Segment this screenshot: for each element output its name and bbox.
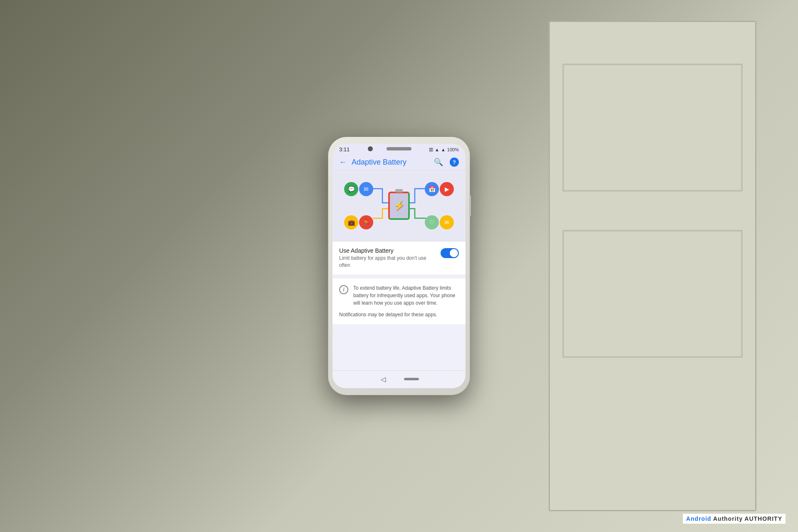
speaker (387, 147, 411, 150)
toolbar-right: 🔍 ? (434, 158, 459, 167)
app-icon-video: ▶ (440, 182, 454, 196)
door-background (549, 21, 756, 511)
adaptive-battery-toggle[interactable] (441, 248, 459, 258)
camera (368, 146, 373, 151)
app-icon-heart: ♡ (425, 215, 439, 229)
search-button[interactable]: 🔍 (434, 158, 443, 167)
info-description: To extend battery life, Adaptive Battery… (353, 284, 459, 307)
phone-device: 3:11 ▥ ▲ ▲ 100% ← Adaptive Battery 🔍 ? (328, 137, 470, 395)
lightning-icon: ⚡ (394, 200, 405, 211)
nav-home-button[interactable] (404, 378, 419, 380)
watermark-authority: AUTHORITY (744, 515, 782, 522)
hero-illustration-area: 💬 ✉ 🏃 💼 ⚡ 📅 ▶ ♡ ✉ (332, 170, 466, 241)
watermark-brand: Android (686, 515, 712, 522)
battery-top (395, 189, 403, 192)
app-icon-work: 💼 (344, 215, 358, 229)
watermark-site: Authority (713, 515, 743, 522)
phone-body: 3:11 ▥ ▲ ▲ 100% ← Adaptive Battery 🔍 ? (328, 137, 470, 395)
vibrate-icon: ▥ (429, 147, 433, 152)
page-title: Adaptive Battery (352, 158, 406, 167)
signal-icon: ▲ (441, 147, 446, 152)
adaptive-battery-setting[interactable]: Use Adaptive Battery Limit battery for a… (332, 241, 466, 275)
settings-section: Use Adaptive Battery Limit battery for a… (332, 241, 466, 275)
info-icon: i (339, 285, 348, 294)
screen-content: 💬 ✉ 🏃 💼 ⚡ 📅 ▶ ♡ ✉ (332, 170, 466, 370)
app-icon-email: ✉ (359, 182, 373, 196)
info-row: i To extend battery life, Adaptive Batte… (339, 284, 459, 307)
watermark: Android Authority AUTHORITY (683, 514, 786, 524)
app-icon-fitness: 🏃 (359, 215, 373, 229)
toolbar: ← Adaptive Battery 🔍 ? (332, 154, 466, 170)
help-button[interactable]: ? (450, 158, 459, 167)
app-icon-mail2: ✉ (440, 215, 454, 229)
nav-bar: ◁ (332, 370, 466, 388)
toolbar-left: ← Adaptive Battery (339, 158, 406, 167)
setting-subtitle: Limit battery for apps that you don't us… (339, 255, 436, 269)
status-time: 3:11 (339, 146, 350, 153)
nav-back-button[interactable]: ◁ (379, 375, 387, 383)
info-section: i To extend battery life, Adaptive Batte… (332, 278, 466, 324)
illustration: 💬 ✉ 🏃 💼 ⚡ 📅 ▶ ♡ ✉ (341, 179, 457, 233)
battery-text: 100% (447, 147, 459, 152)
setting-title: Use Adaptive Battery (339, 247, 436, 254)
setting-text: Use Adaptive Battery Limit battery for a… (339, 247, 436, 269)
side-button (469, 195, 471, 216)
app-icon-messages: 💬 (344, 182, 358, 196)
battery-icon: ⚡ (388, 192, 410, 220)
status-icons: ▥ ▲ ▲ 100% (429, 147, 459, 152)
phone-screen: 3:11 ▥ ▲ ▲ 100% ← Adaptive Battery 🔍 ? (332, 144, 466, 388)
info-note: Notifications may be delayed for these a… (339, 311, 459, 318)
wifi-icon: ▲ (435, 147, 439, 152)
back-button[interactable]: ← (339, 158, 347, 167)
app-icon-calendar: 📅 (425, 182, 439, 196)
